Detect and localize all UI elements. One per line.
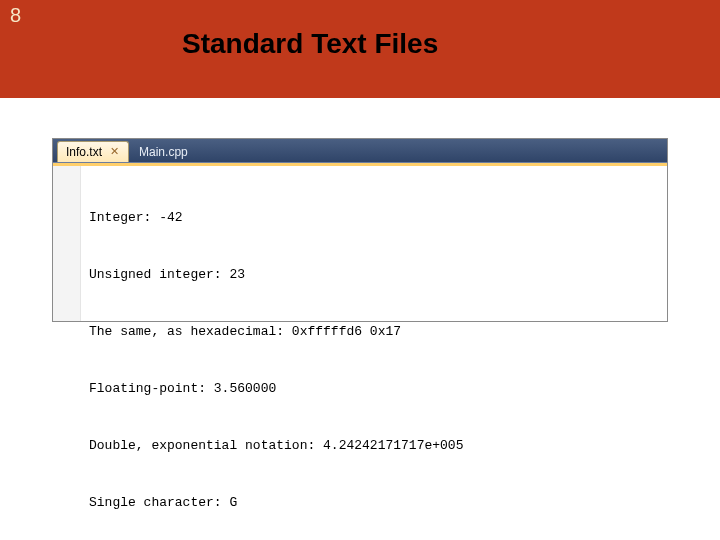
tab-label: Info.txt — [66, 145, 102, 159]
header-band: 8 Standard Text Files — [0, 0, 720, 98]
tab-label: Main.cpp — [139, 145, 188, 159]
tab-bar: Info.txt ✕ Main.cpp — [53, 139, 667, 163]
code-line: Single character: G — [89, 493, 463, 512]
code-line: The same, as hexadecimal: 0xfffffd6 0x17 — [89, 322, 463, 341]
tab-main-cpp[interactable]: Main.cpp — [131, 141, 196, 162]
file-contents: Integer: -42 Unsigned integer: 23 The sa… — [81, 166, 463, 321]
code-line: Double, exponential notation: 4.24242171… — [89, 436, 463, 455]
slide-number: 8 — [10, 4, 21, 27]
tab-info-txt[interactable]: Info.txt ✕ — [57, 141, 129, 162]
code-line: Integer: -42 — [89, 208, 463, 227]
slide-title: Standard Text Files — [182, 28, 438, 60]
code-area: Integer: -42 Unsigned integer: 23 The sa… — [53, 166, 667, 321]
code-line: Unsigned integer: 23 — [89, 265, 463, 284]
slide: 8 Standard Text Files Info.txt ✕ Main.cp… — [0, 0, 720, 540]
editor-screenshot: Info.txt ✕ Main.cpp Integer: -42 Unsigne… — [52, 138, 668, 322]
line-gutter — [53, 166, 81, 321]
code-line: Floating-point: 3.560000 — [89, 379, 463, 398]
close-icon[interactable]: ✕ — [108, 146, 120, 158]
